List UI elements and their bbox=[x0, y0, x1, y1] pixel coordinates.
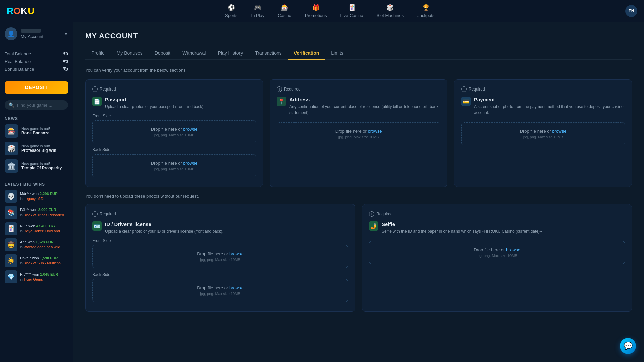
card-type-info: Selfie Selfie with the ID and the paper … bbox=[382, 221, 542, 234]
card-type-icon-id: 🪪 bbox=[92, 221, 102, 231]
avatar: 👤 bbox=[5, 27, 17, 40]
win-thumb: 📚 bbox=[5, 206, 17, 219]
news-thumb: 🏛️ bbox=[5, 159, 18, 173]
logo[interactable]: ROKU bbox=[7, 6, 34, 16]
balance-row: Bonus Balance₹0 bbox=[5, 65, 68, 73]
card-type-icon-passport: 📄 bbox=[92, 97, 102, 106]
card-type-desc: A screenshot or photo from the payment m… bbox=[474, 104, 625, 116]
logo-u: U bbox=[28, 6, 34, 16]
browse-link-selfie[interactable]: browse bbox=[506, 247, 520, 252]
card-header-selfie: i Required bbox=[369, 211, 625, 217]
win-item[interactable]: 💎Ric**** won 1,045 EURin Tiger Gems bbox=[5, 270, 68, 283]
browse-link-back[interactable]: browse bbox=[229, 285, 244, 290]
win-text: Ana won 1,628 EURin Wanted dead or a wil… bbox=[20, 240, 60, 250]
nav-item-livecasino[interactable]: 🃏Live Casino bbox=[340, 4, 363, 18]
info-icon: i bbox=[369, 211, 374, 217]
tab-transactions[interactable]: Transactions bbox=[249, 47, 288, 60]
win-item[interactable]: 🤠Ana won 1,628 EURin Wanted dead or a wi… bbox=[5, 238, 68, 251]
browse-link-front[interactable]: browse bbox=[183, 127, 197, 132]
news-item[interactable]: 🎲New game is out!Professor Big Win bbox=[5, 142, 68, 155]
card-type-title: Address bbox=[289, 97, 440, 102]
file-info-back: jpg, png. Max size 10MB bbox=[99, 167, 250, 171]
jackpots-icon: 🏆 bbox=[422, 4, 430, 12]
nav-item-sports[interactable]: ⚽Sports bbox=[225, 4, 238, 18]
slotmachines-icon: 🎲 bbox=[386, 4, 394, 12]
chat-button[interactable]: 💬 bbox=[620, 338, 636, 354]
win-thumb: 💀 bbox=[5, 190, 17, 203]
tab-verification[interactable]: Verification bbox=[288, 47, 325, 60]
nav-label-jackpots: Jackpots bbox=[417, 13, 434, 18]
card-type-title: Selfie bbox=[382, 221, 542, 227]
verification-grid-top: i Required 📄 Passport Upload a clear pho… bbox=[85, 79, 632, 187]
win-item[interactable]: 🃏Nil** won 47,400 TRYin Royal Joker: Hol… bbox=[5, 222, 68, 235]
required-label: Required bbox=[284, 87, 301, 92]
deposit-button[interactable]: DEPOSIT bbox=[5, 81, 68, 94]
verify-card-address: i Required 📍 Address Any confirmation of… bbox=[270, 79, 447, 187]
balance-value: ₹0 bbox=[63, 51, 68, 56]
verify-card-payment: i Required 💳 Payment A screenshot or pho… bbox=[454, 79, 632, 187]
front-drop-zone[interactable]: Drop file here or browse jpg, png. Max s… bbox=[92, 245, 348, 268]
news-item[interactable]: 🏛️New game is out!Temple Of Prosperity bbox=[5, 159, 68, 173]
tab-history[interactable]: Play History bbox=[212, 47, 249, 60]
nav-label-livecasino: Live Casino bbox=[340, 13, 363, 18]
drop-zone-selfie[interactable]: Drop file here or browse jpg, png. Max s… bbox=[369, 241, 625, 264]
nav-label-sports: Sports bbox=[225, 13, 238, 18]
tab-withdrawal[interactable]: Withdrawal bbox=[176, 47, 212, 60]
browse-link-address[interactable]: browse bbox=[368, 129, 382, 134]
verify-card-selfie: i Required 🤳 Selfie Selfie with the ID a… bbox=[362, 204, 632, 312]
card-type-desc: Upload a clear photo of your ID or drive… bbox=[105, 228, 223, 234]
nav-item-inplay[interactable]: 🎮In Play bbox=[251, 4, 265, 18]
file-info-payment: jpg, png. Max size 10MB bbox=[468, 135, 619, 139]
news-text: New game is out!Professor Big Win bbox=[21, 144, 56, 153]
nav-item-jackpots[interactable]: 🏆Jackpots bbox=[417, 4, 434, 18]
file-info-front: jpg, png. Max size 10MB bbox=[99, 258, 342, 262]
tab-bonuses[interactable]: My Bonuses bbox=[111, 47, 149, 60]
win-thumb: ☀️ bbox=[5, 254, 17, 267]
card-type-icon-address: 📍 bbox=[277, 97, 286, 106]
nav-item-slotmachines[interactable]: 🎲Slot Machines bbox=[377, 4, 404, 18]
verify-card-passport: i Required 📄 Passport Upload a clear pho… bbox=[85, 79, 263, 187]
back-drop-zone[interactable]: Drop file here or browse jpg, png. Max s… bbox=[92, 154, 256, 177]
nav-right: EN bbox=[625, 5, 637, 17]
drop-zone-address[interactable]: Drop file here or browse jpg, png. Max s… bbox=[277, 122, 440, 145]
back-drop-zone[interactable]: Drop file here or browse jpg, png. Max s… bbox=[92, 279, 348, 302]
account-label: My Account bbox=[21, 34, 61, 39]
lang-button[interactable]: EN bbox=[625, 5, 637, 17]
browse-link-front[interactable]: browse bbox=[229, 251, 244, 256]
card-type-icon-payment: 💳 bbox=[461, 97, 471, 106]
win-text: Fáb** won 2,000 EURin Book of Tribes Rel… bbox=[20, 207, 64, 218]
tab-profile[interactable]: Profile bbox=[85, 47, 111, 60]
required-label: Required bbox=[100, 87, 116, 92]
tab-limits[interactable]: Limits bbox=[325, 47, 350, 60]
content-area: MY ACCOUNT ProfileMy BonusesDepositWithd… bbox=[73, 22, 644, 362]
info-icon: i bbox=[461, 86, 467, 92]
sidebar-account[interactable]: 👤 My Account ▼ bbox=[0, 22, 73, 46]
card-type-header: 🪪 ID / Driver's license Upload a clear p… bbox=[92, 221, 348, 234]
casino-icon: 🎰 bbox=[281, 4, 289, 12]
card-header-address: i Required bbox=[277, 86, 440, 92]
news-item[interactable]: 🎰New game is out!Bone Bonanza bbox=[5, 124, 68, 138]
win-item[interactable]: 💀Már*** won 2,296 EURin Legacy of Dead bbox=[5, 190, 68, 203]
news-text: New game is out!Temple Of Prosperity bbox=[21, 162, 62, 170]
browse-link-payment[interactable]: browse bbox=[552, 129, 566, 134]
news-text: New game is out!Bone Bonanza bbox=[21, 127, 50, 135]
nav-item-casino[interactable]: 🎰Casino bbox=[278, 4, 291, 18]
file-info-front: jpg, png. Max size 10MB bbox=[99, 133, 250, 137]
front-drop-zone[interactable]: Drop file here or browse jpg, png. Max s… bbox=[92, 120, 256, 143]
drop-zone-payment[interactable]: Drop file here or browse jpg, png. Max s… bbox=[461, 122, 625, 145]
win-item[interactable]: ☀️Dav*** won 1,590 EURin Book of Sun - M… bbox=[5, 254, 68, 267]
browse-link-back[interactable]: browse bbox=[183, 161, 197, 166]
page-title: MY ACCOUNT bbox=[85, 32, 632, 40]
win-text: Dav*** won 1,590 EURin Book of Sun - Mul… bbox=[20, 256, 64, 266]
nav-item-promotions[interactable]: 🎁Promotions bbox=[305, 4, 327, 18]
tab-deposit[interactable]: Deposit bbox=[149, 47, 176, 60]
search-input[interactable] bbox=[17, 103, 64, 108]
balance-value: ₹0 bbox=[63, 59, 68, 64]
news-thumb: 🎲 bbox=[5, 142, 18, 155]
balance-row: Total Balance₹0 bbox=[5, 50, 68, 58]
info-icon: i bbox=[92, 211, 98, 217]
win-item[interactable]: 📚Fáb** won 2,000 EURin Book of Tribes Re… bbox=[5, 206, 68, 219]
wins-section: LATEST BIG WINS 💀Már*** won 2,296 EURin … bbox=[0, 179, 73, 289]
verification-grid-bottom: i Required 🪪 ID / Driver's license Uploa… bbox=[85, 204, 632, 312]
news-thumb: 🎰 bbox=[5, 124, 18, 138]
